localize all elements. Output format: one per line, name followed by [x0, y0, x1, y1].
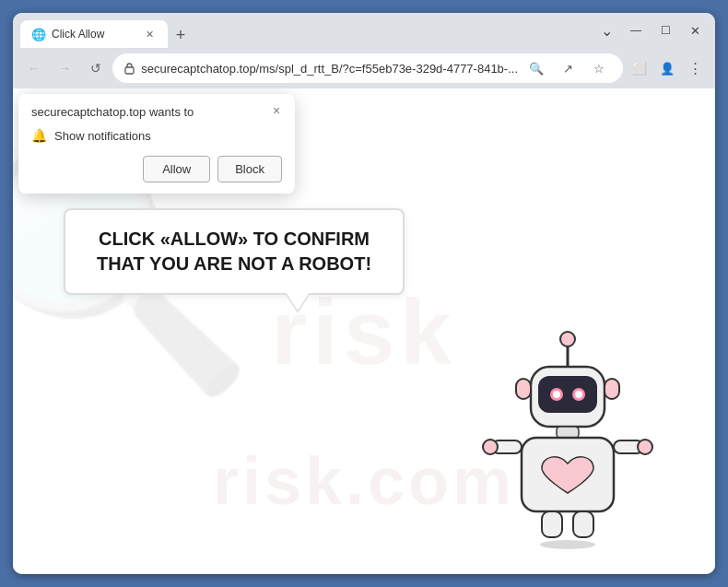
address-bar[interactable]: securecaptchatop.top/ms/spl_d_rtt_B/?c=f… [112, 53, 623, 83]
forward-button[interactable]: → [51, 54, 77, 82]
svg-point-8 [575, 391, 582, 398]
tab-area: 🌐 Click Allow ✕ + [20, 13, 582, 48]
notification-popup: × securecaptchatop.top wants to 🔔 Show n… [18, 94, 295, 194]
captcha-message: CLICK «ALLOW» TO CONFIRM THAT YOU ARE NO… [84, 227, 384, 276]
url-text: securecaptchatop.top/ms/spl_d_rtt_B/?c=f… [141, 62, 518, 76]
window-controls: ⌄ — ☐ ✕ [593, 18, 708, 43]
tab-title: Click Allow [52, 28, 104, 41]
notification-popup-title: securecaptchatop.top wants to [31, 105, 282, 119]
bookmark-icon[interactable]: ☆ [586, 55, 612, 81]
notification-buttons: Allow Block [31, 156, 282, 182]
speech-bubble: CLICK «ALLOW» TO CONFIRM THAT YOU ARE NO… [64, 208, 405, 295]
svg-rect-17 [542, 511, 562, 537]
svg-point-19 [540, 540, 595, 549]
tab-favicon: 🌐 [31, 28, 46, 41]
active-tab[interactable]: 🌐 Click Allow ✕ [20, 20, 168, 48]
extensions-icon[interactable]: ⬜ [627, 55, 652, 81]
notification-permission-text: Show notifications [54, 129, 151, 143]
content-area: 🔍 risk risk.com CLICK «ALLOW» TO CONFIRM… [13, 88, 715, 574]
minimize-button[interactable]: — [623, 18, 649, 43]
reload-button[interactable]: ↺ [82, 54, 109, 82]
bubble-tail-fill [286, 292, 310, 311]
block-button[interactable]: Block [217, 156, 282, 182]
share-icon[interactable]: ↗ [555, 55, 581, 81]
chevron-down-button[interactable]: ⌄ [593, 18, 619, 43]
browser-window: 🌐 Click Allow ✕ + ⌄ — ☐ ✕ ← → ↺ secureca… [13, 13, 715, 574]
toolbar: ← → ↺ securecaptchatop.top/ms/spl_d_rtt_… [13, 48, 715, 88]
lock-icon [123, 62, 135, 75]
tab-close-button[interactable]: ✕ [142, 27, 157, 41]
toolbar-icons: ⬜ 👤 ⋮ [627, 55, 708, 81]
maximize-button[interactable]: ☐ [652, 18, 678, 43]
svg-rect-11 [557, 427, 579, 438]
svg-point-7 [553, 391, 560, 398]
svg-rect-0 [125, 67, 134, 74]
svg-point-15 [483, 440, 498, 454]
title-bar: 🌐 Click Allow ✕ + ⌄ — ☐ ✕ [13, 13, 715, 48]
svg-point-16 [638, 440, 652, 454]
robot-illustration [476, 316, 660, 556]
menu-icon[interactable]: ⋮ [682, 55, 708, 81]
new-tab-button[interactable]: + [168, 22, 194, 48]
svg-point-2 [560, 332, 575, 346]
svg-rect-4 [538, 376, 597, 413]
notification-permission-row: 🔔 Show notifications [31, 128, 282, 143]
back-button[interactable]: ← [20, 54, 47, 82]
bell-icon: 🔔 [31, 128, 47, 143]
svg-rect-18 [573, 511, 593, 537]
robot-svg [476, 316, 660, 556]
close-button[interactable]: ✕ [682, 18, 708, 43]
profile-icon[interactable]: 👤 [654, 55, 680, 81]
svg-rect-10 [605, 379, 619, 399]
svg-rect-9 [516, 379, 531, 399]
notification-close-button[interactable]: × [267, 101, 286, 120]
allow-button[interactable]: Allow [143, 156, 210, 182]
search-icon[interactable]: 🔍 [523, 55, 549, 81]
